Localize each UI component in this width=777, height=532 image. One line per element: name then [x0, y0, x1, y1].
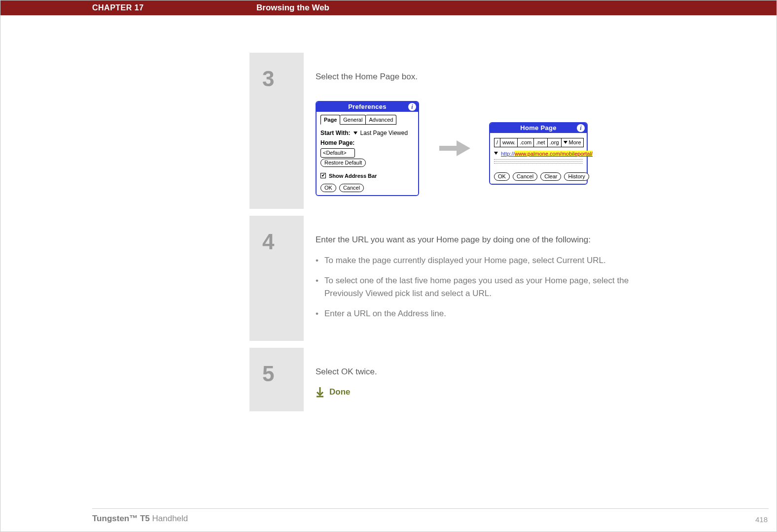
step-3-screenshots: Preferences i Page General Advanced Star… [316, 101, 631, 197]
restore-default-button[interactable]: Restore Default [320, 159, 366, 167]
tab-advanced[interactable]: Advanced [366, 115, 396, 125]
chapter-title: Browsing the Web [256, 0, 329, 15]
home-clear-button[interactable]: Clear [540, 172, 561, 181]
prefs-title: Preferences i [317, 102, 418, 112]
prefs-cancel-button[interactable]: Cancel [339, 184, 364, 192]
url-highlight: www.palmone.com/mobileportal/ [515, 151, 593, 157]
bullet: To make the page currently displayed you… [316, 254, 631, 267]
prefs-panel: Preferences i Page General Advanced Star… [316, 101, 419, 197]
step-3-lead: Select the Home Page box. [316, 70, 631, 83]
down-arrow-icon [316, 387, 324, 398]
url-prefix: http:// [501, 151, 515, 157]
info-icon[interactable]: i [408, 103, 416, 111]
home-cancel-button[interactable]: Cancel [513, 172, 537, 181]
done-line: Done [316, 386, 631, 399]
bullet: To select one of the last five home page… [316, 274, 631, 299]
history-dropdown-icon[interactable] [494, 152, 498, 155]
url-www-button[interactable]: www. [500, 138, 518, 147]
url-more-label: More [569, 138, 581, 147]
url-buttons: / www. .com .net .org More [494, 138, 583, 147]
home-history-button[interactable]: History [564, 172, 589, 181]
dotted-line [494, 159, 583, 160]
show-addr-label: Show Address Bar [329, 172, 377, 180]
footer-divider [92, 508, 769, 509]
product-strong: Tungsten™ T5 [92, 514, 150, 523]
prefs-title-text: Preferences [348, 102, 387, 112]
step-4: 4 Enter the URL you want as your Home pa… [249, 216, 639, 341]
url-slash-button[interactable]: / [494, 138, 500, 147]
home-page-label: Home Page: [320, 138, 354, 147]
step-3: 3 Select the Home Page box. Preferences … [249, 53, 639, 209]
bullet: Enter a URL on the Address line. [316, 307, 631, 320]
url-field[interactable]: http://www.palmone.com/mobileportal/ [501, 150, 593, 158]
step-number: 5 [249, 348, 304, 411]
start-with-label: Start With: [320, 129, 351, 137]
show-addr-checkbox[interactable]: ✔ [320, 173, 326, 178]
tab-page[interactable]: Page [320, 115, 340, 125]
dotted-line [494, 163, 583, 164]
start-with-value[interactable]: Last Page Viewed [360, 129, 408, 137]
url-org-button[interactable]: .org [548, 138, 562, 147]
home-page-panel: Home Page i / www. .com .net .org More [489, 122, 588, 185]
dropdown-icon[interactable] [353, 132, 357, 134]
dotted-line [494, 161, 583, 162]
chapter-label: CHAPTER 17 [92, 0, 144, 15]
step-number: 3 [249, 53, 304, 209]
arrow-right-icon [437, 138, 471, 158]
url-more-button[interactable]: More [562, 138, 584, 147]
dropdown-icon [564, 141, 567, 144]
step-5: 5 Select OK twice. Done [249, 348, 639, 411]
url-net-button[interactable]: .net [534, 138, 547, 147]
step-5-lead: Select OK twice. [316, 366, 631, 378]
home-title-text: Home Page [520, 123, 557, 133]
tab-general[interactable]: General [340, 115, 366, 125]
home-ok-button[interactable]: OK [494, 172, 510, 181]
home-body: / www. .com .net .org More http://www.pa… [490, 133, 587, 184]
step-4-lead: Enter the URL you want as your Home page… [316, 233, 631, 246]
home-title: Home Page i [490, 123, 587, 133]
step-number: 4 [249, 216, 304, 341]
prefs-ok-button[interactable]: OK [320, 184, 336, 192]
step-4-bullets: To make the page currently displayed you… [316, 254, 631, 320]
info-icon[interactable]: i [577, 124, 585, 132]
product-rest: Handheld [150, 514, 188, 523]
url-com-button[interactable]: .com [518, 138, 534, 147]
footer-product: Tungsten™ T5 Handheld [92, 514, 188, 524]
done-label: Done [329, 386, 351, 399]
home-page-value[interactable]: <Default> [320, 148, 355, 158]
steps: 3 Select the Home Page box. Preferences … [249, 53, 639, 418]
page-number: 418 [755, 515, 768, 524]
prefs-tabs: Page General Advanced [320, 115, 414, 125]
prefs-body: Page General Advanced Start With: Last P… [317, 112, 418, 196]
